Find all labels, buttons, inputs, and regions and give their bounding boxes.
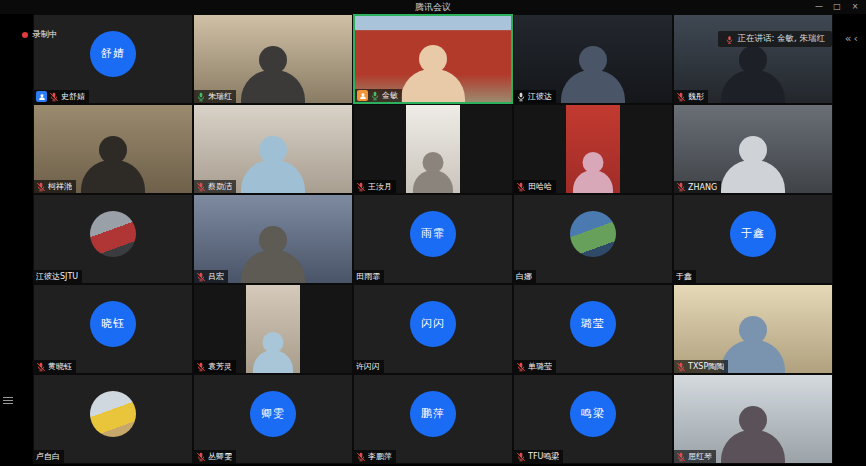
window-title: 腾讯会议 — [415, 1, 451, 14]
participant-tile[interactable]: ZHANG — [673, 104, 833, 194]
participant-tile[interactable]: 袁芳灵 — [193, 284, 353, 374]
participant-tile[interactable]: 鹏萍 李鹏萍 — [353, 374, 513, 464]
nameplate: TXSP陶陶 — [674, 360, 728, 373]
participant-tile[interactable]: 于鑫 于鑫 — [673, 194, 833, 284]
participant-tile[interactable]: 蔡勋洁 — [193, 104, 353, 194]
nameplate: 田哈哈 — [514, 180, 556, 193]
mic-status-icon — [516, 452, 526, 462]
participant-tile[interactable]: 卿雯 丛卿雯 — [193, 374, 353, 464]
mic-status-icon — [516, 362, 526, 372]
participant-list-toggle[interactable] — [2, 392, 15, 408]
nameplate: 江彼达SJTU — [34, 270, 82, 283]
video-feed — [674, 105, 832, 193]
participant-tile[interactable]: 江彼达SJTU — [33, 194, 193, 284]
participant-name: 吕宏 — [208, 271, 224, 282]
avatar: 鹏萍 — [410, 391, 456, 437]
participant-tile[interactable]: TXSP陶陶 — [673, 284, 833, 374]
participant-name: 江彼达SJTU — [36, 271, 78, 282]
avatar: 卿雯 — [250, 391, 296, 437]
video-grid: 舒婧 史舒婧 — [33, 14, 833, 464]
participant-silhouette — [721, 160, 785, 194]
nameplate: 李鹏萍 — [354, 450, 396, 463]
avatar-initials: 于鑫 — [741, 226, 765, 241]
nameplate: 朱瑞红 — [194, 90, 236, 103]
participant-tile[interactable]: 吕宏 — [193, 194, 353, 284]
collapse-panel-icon[interactable]: « — [845, 31, 852, 47]
avatar: 于鑫 — [730, 211, 776, 257]
nameplate: 史舒婧 — [34, 90, 89, 103]
participant-tile[interactable]: 璐莹 单璐莹 — [513, 284, 673, 374]
participant-silhouette — [253, 350, 293, 374]
avatar-initials: 璐莹 — [581, 316, 605, 331]
participant-tile[interactable]: 白娜 — [513, 194, 673, 284]
participant-tile[interactable]: 魏彤 — [673, 14, 833, 104]
participant-name: TFU鸣梁 — [528, 451, 559, 462]
participant-name: 朱瑞红 — [208, 91, 232, 102]
avatar: 舒婧 — [90, 31, 136, 77]
participant-tile[interactable]: 闪闪 许闪闪 — [353, 284, 513, 374]
nameplate: 白娜 — [514, 270, 536, 283]
participant-tile[interactable]: 卢自白 — [33, 374, 193, 464]
participant-name: 白娜 — [516, 271, 532, 282]
mic-status-icon — [196, 182, 206, 192]
participant-name: 袁芳灵 — [208, 361, 232, 372]
minimize-button[interactable]: — — [810, 0, 828, 14]
participant-silhouette — [241, 250, 305, 284]
nameplate: 黄晓钰 — [34, 360, 76, 373]
participant-tile[interactable]: 雨霏 田雨霏 — [353, 194, 513, 284]
avatar-initials: 卿雯 — [261, 406, 285, 421]
titlebar: 腾讯会议 — □ × — [0, 0, 866, 14]
nameplate: 许闪闪 — [354, 360, 384, 373]
participant-tile[interactable]: 柯祥滟 — [33, 104, 193, 194]
avatar: 雨霏 — [410, 211, 456, 257]
close-button[interactable]: × — [846, 0, 864, 14]
nameplate: 屈红琴 — [674, 450, 716, 463]
avatar-initials: 晓钰 — [101, 316, 125, 331]
mic-status-icon — [516, 92, 526, 102]
mic-status-icon — [676, 362, 686, 372]
nameplate: 于鑫 — [674, 270, 696, 283]
participant-name: 许闪闪 — [356, 361, 380, 372]
video-feed — [566, 105, 620, 193]
now-speaking-indicator[interactable]: 正在讲话: 金敏, 朱瑞红 — [718, 31, 832, 47]
participant-name: 金敏 — [382, 90, 398, 101]
recording-label: 录制中 — [32, 29, 58, 41]
participant-name: 黄晓钰 — [48, 361, 72, 372]
participant-silhouette — [573, 170, 613, 194]
avatar: 晓钰 — [90, 301, 136, 347]
participant-tile[interactable]: 江彼达 — [513, 14, 673, 104]
participant-name: 屈红琴 — [688, 451, 712, 462]
participant-tile[interactable]: 鸣梁 TFU鸣梁 — [513, 374, 673, 464]
video-feed — [246, 285, 300, 373]
participant-name: 蔡勋洁 — [208, 181, 232, 192]
mic-status-icon — [196, 452, 206, 462]
nameplate: 田雨霏 — [354, 270, 384, 283]
participant-tile[interactable]: 田哈哈 — [513, 104, 673, 194]
mic-status-icon — [196, 92, 206, 102]
participant-name: 柯祥滟 — [48, 181, 72, 192]
overlay-controls: « ‹ — [845, 31, 858, 47]
nameplate: 江彼达 — [514, 90, 556, 103]
participant-tile[interactable]: 舒婧 史舒婧 — [33, 14, 193, 104]
menu-lines-icon — [3, 397, 13, 398]
nameplate: 单璐莹 — [514, 360, 556, 373]
participant-tile[interactable]: 屈红琴 — [673, 374, 833, 464]
avatar-initials: 闪闪 — [421, 316, 445, 331]
more-panel-icon[interactable]: ‹ — [854, 31, 858, 47]
mic-status-icon — [370, 91, 380, 101]
avatar — [90, 391, 136, 437]
mic-status-icon — [36, 362, 46, 372]
nameplate: 吕宏 — [194, 270, 228, 283]
participant-name: ZHANG — [688, 183, 717, 192]
avatar — [90, 211, 136, 257]
participant-tile[interactable]: 朱瑞红 — [193, 14, 353, 104]
participant-tile[interactable]: 晓钰 黄晓钰 — [33, 284, 193, 374]
nameplate: 王汝月 — [354, 180, 396, 193]
participant-name: 田哈哈 — [528, 181, 552, 192]
participant-tile[interactable]: 王汝月 — [353, 104, 513, 194]
mic-status-icon — [49, 92, 59, 102]
window-controls: — □ × — [810, 0, 864, 14]
avatar-initials: 鹏萍 — [421, 406, 445, 421]
maximize-button[interactable]: □ — [828, 0, 846, 14]
participant-tile[interactable]: 金敏 — [353, 14, 513, 104]
